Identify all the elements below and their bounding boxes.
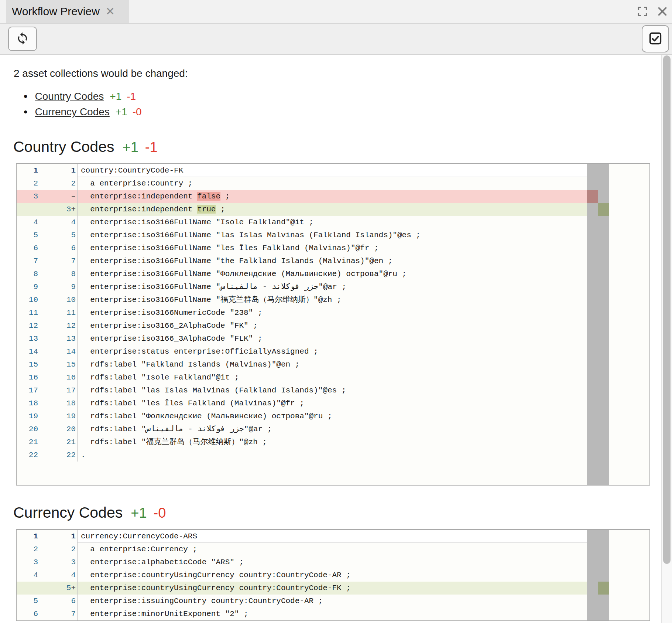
- new-line-number: 1: [42, 530, 77, 543]
- old-line-number: 2: [17, 543, 42, 556]
- change-marker-track: [587, 164, 609, 485]
- old-line-number: 18: [17, 397, 42, 410]
- diff-line: 1313 enterprise:iso3166_3AlphaCode "FLK"…: [17, 332, 587, 345]
- deleted-line-sign: –: [71, 192, 76, 201]
- code-text: enterprise:iso3166NumericCode "238" ;: [77, 306, 587, 319]
- changed-collection-item: •Country Codes+1-1: [24, 89, 672, 104]
- new-line-number: 3+: [42, 203, 77, 216]
- confirm-button[interactable]: [642, 25, 669, 52]
- diff-line: 66 enterprise:iso3166FullName "les Îles …: [17, 242, 587, 255]
- old-line-number: [17, 203, 42, 216]
- diff-line: 2121 rdfs:label "福克兰群岛（马尔维纳斯）"@zh ;: [17, 436, 587, 449]
- page-scrollbar: [661, 55, 672, 623]
- new-line-number: 7: [42, 607, 77, 620]
- diff-line: 11country:CountryCode-FK: [17, 164, 587, 177]
- change-marker-track: [587, 530, 609, 620]
- code-text: enterprise:iso3166FullName "las Islas Ma…: [77, 229, 587, 242]
- section-removed-count: -0: [154, 504, 166, 522]
- old-line-number: 16: [17, 371, 42, 384]
- new-line-number: 2: [42, 177, 77, 190]
- old-line-number: 11: [17, 306, 42, 319]
- section-added-count: +1: [122, 138, 138, 157]
- new-line-number: 21: [42, 436, 77, 449]
- new-line-number: 10: [42, 293, 77, 306]
- code-text: enterprise:iso3166FullName "the Falkland…: [77, 255, 587, 268]
- old-line-number: 20: [17, 423, 42, 436]
- old-line-number: 4: [17, 216, 42, 229]
- code-text: enterprise:issuingCountry country:Countr…: [77, 595, 587, 607]
- diff-line: 22 a enterprise:Country ;: [17, 177, 587, 190]
- diff-line: 2222.: [17, 449, 587, 462]
- old-line-number: 3: [17, 556, 42, 569]
- old-line-number: 6: [17, 242, 42, 255]
- diff-line: 44 enterprise:countryUsingCurrency count…: [17, 569, 587, 582]
- asset-collection-link[interactable]: Country Codes: [35, 91, 104, 102]
- old-line-number: 5: [17, 595, 42, 607]
- code-text: enterprise:minorUnitExponent "2" ;: [77, 607, 587, 620]
- old-line-number: 4: [17, 569, 42, 582]
- refresh-button[interactable]: [8, 27, 37, 51]
- tab-close-icon[interactable]: ✕: [106, 6, 115, 17]
- diff-line: 1919 rdfs:label "Фолклендские (Мальвинск…: [17, 410, 587, 423]
- old-line-number: 22: [17, 449, 42, 462]
- diff-line: 5+ enterprise:countryUsingCurrency count…: [17, 582, 587, 595]
- new-line-number: 6: [42, 595, 77, 607]
- check-square-icon: [648, 31, 663, 47]
- diff-line: 11currency:CurrencyCode-ARS: [17, 530, 587, 543]
- changed-collections-list: •Country Codes+1-1•Currency Codes+1-0: [24, 89, 672, 120]
- diff-line: 22 a enterprise:Currency ;: [17, 543, 587, 556]
- code-text: rdfs:label "les Îles Falkland (Malvinas)…: [77, 397, 587, 410]
- code-text: enterprise:iso3166FullName "Фолклендские…: [77, 268, 587, 280]
- added-line-sign: +: [71, 584, 76, 592]
- diff-rows: 11country:CountryCode-FK22 a enterprise:…: [17, 164, 587, 462]
- new-line-number: 2: [42, 543, 77, 556]
- diff-line: 88 enterprise:iso3166FullName "Фолклендс…: [17, 268, 587, 280]
- tab-workflow-preview[interactable]: Workflow Preview ✕: [6, 0, 129, 23]
- code-text: rdfs:label "Isole Falkland"@it ;: [77, 371, 587, 384]
- diff-line: 1515 rdfs:label "Falkland Islands (Malvi…: [17, 358, 587, 371]
- code-text: a enterprise:Country ;: [77, 177, 587, 190]
- page-scrollbar-thumb[interactable]: [663, 55, 671, 564]
- diff-line: 1414 enterprise:status enterprise:Offici…: [17, 345, 587, 358]
- removed-count: -1: [127, 91, 136, 102]
- new-line-number: 5+: [42, 582, 77, 595]
- new-line-number: 1: [42, 164, 77, 177]
- diff-line: 55 enterprise:iso3166FullName "las Islas…: [17, 229, 587, 242]
- section-added-count: +1: [131, 504, 147, 522]
- old-line-number: 9: [17, 280, 42, 293]
- new-line-number: 3: [42, 556, 77, 569]
- code-text: country:CountryCode-FK: [77, 164, 587, 177]
- code-text: enterprise:countryUsingCurrency country:…: [77, 569, 587, 582]
- toolbar: [0, 24, 672, 55]
- code-text: enterprise:iso3166FullName "les Îles Fal…: [77, 242, 587, 255]
- scroll-change-marker: [587, 190, 598, 203]
- section-name: Currency Codes: [13, 503, 123, 522]
- scroll-change-marker: [598, 582, 609, 595]
- code-text: rdfs:label "Фолклендские (Мальвинские) о…: [77, 410, 587, 423]
- diff-line: 1212 enterprise:iso3166_2AlphaCode "FK" …: [17, 319, 587, 332]
- diff-view: 11country:CountryCode-FK22 a enterprise:…: [16, 163, 650, 486]
- old-line-number: 12: [17, 319, 42, 332]
- asset-collection-link[interactable]: Currency Codes: [35, 106, 110, 118]
- old-line-number: 15: [17, 358, 42, 371]
- new-line-number: 22: [42, 449, 77, 462]
- new-line-number: 4: [42, 569, 77, 582]
- code-text: currency:CurrencyCode-ARS: [77, 530, 587, 543]
- new-line-number: 9: [42, 280, 77, 293]
- code-text: rdfs:label "las Islas Malvinas (Falkland…: [77, 384, 587, 397]
- close-icon[interactable]: [656, 6, 668, 17]
- diff-line: 1717 rdfs:label "las Islas Malvinas (Fal…: [17, 384, 587, 397]
- diff-line: 99 enterprise:iso3166FullName "جزر فوكلا…: [17, 280, 587, 293]
- diff-line: 33 enterprise:alphabeticCode "ARS" ;: [17, 556, 587, 569]
- diff-line: 1616 rdfs:label "Isole Falkland"@it ;: [17, 371, 587, 384]
- new-line-number: 5: [42, 229, 77, 242]
- expand-icon[interactable]: [637, 6, 648, 17]
- code-text: a enterprise:Currency ;: [77, 543, 587, 556]
- new-line-number: 16: [42, 371, 77, 384]
- code-text: enterprise:status enterprise:OfficiallyA…: [77, 345, 587, 358]
- new-line-number: 13: [42, 332, 77, 345]
- section-title: Currency Codes+1-0: [13, 503, 672, 522]
- section-title: Country Codes+1-1: [13, 137, 672, 157]
- code-text: enterprise:countryUsingCurrency country:…: [77, 582, 587, 595]
- old-line-number: 5: [17, 229, 42, 242]
